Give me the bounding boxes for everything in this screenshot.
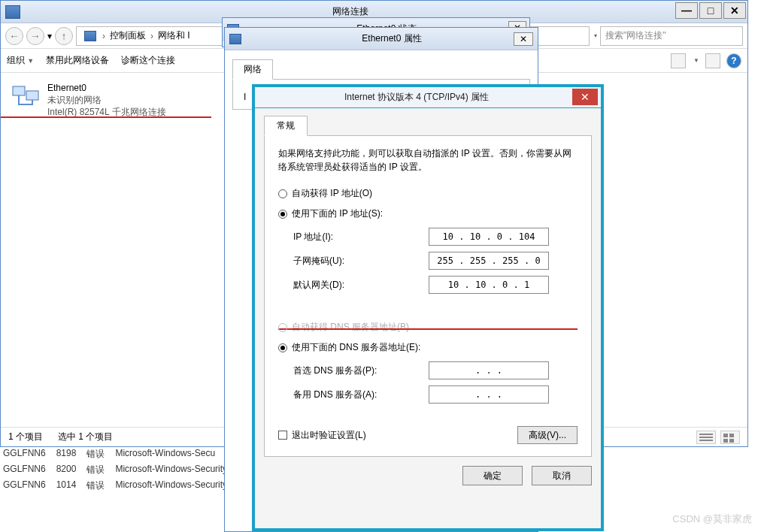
- annotation-underline: [278, 328, 578, 330]
- validate-checkbox[interactable]: 退出时验证设置(L): [278, 429, 366, 442]
- network-adapter-item[interactable]: Ethernet0 未识别的网络 Intel(R) 82574L 千兆网络连接: [11, 82, 166, 118]
- view-dropdown-icon[interactable]: ▼: [693, 57, 699, 64]
- tab-general[interactable]: 常规: [264, 116, 308, 136]
- watermark: CSDN @莫非家虎: [672, 512, 752, 526]
- ipv4-properties-dialog: Internet 协议版本 4 (TCP/IPv4) 属性 ✕ 常规 如果网络支…: [252, 84, 604, 531]
- breadcrumb-segment[interactable]: 控制面板: [107, 29, 149, 42]
- dialog-title: Internet 协议版本 4 (TCP/IPv4) 属性: [261, 91, 572, 104]
- disable-device-button[interactable]: 禁用此网络设备: [46, 54, 109, 67]
- radio-use-dns[interactable]: 使用下面的 DNS 服务器地址(E):: [278, 341, 578, 354]
- svg-rect-1: [26, 91, 38, 100]
- minimize-button[interactable]: —: [675, 2, 698, 19]
- adapter-status: 未识别的网络: [47, 94, 166, 106]
- back-button[interactable]: ←: [5, 27, 23, 45]
- ip-address-input[interactable]: 10 . 10 . 0 . 104: [429, 228, 549, 246]
- path-dropdown-icon[interactable]: ▾: [594, 32, 597, 39]
- history-dropdown-icon[interactable]: ▾: [47, 31, 52, 41]
- organize-menu[interactable]: 组织 ▼: [7, 54, 34, 67]
- svg-rect-0: [13, 86, 25, 95]
- radio-auto-dns: 自动获得 DNS 服务器地址(B): [278, 321, 578, 334]
- diagnose-button[interactable]: 诊断这个连接: [121, 54, 175, 67]
- alternate-dns-label: 备用 DNS 服务器(A):: [293, 388, 429, 401]
- cancel-button[interactable]: 取消: [532, 466, 592, 485]
- description-text: 如果网络支持此功能，则可以获取自动指派的 IP 设置。否则，你需要从网络系统管理…: [278, 147, 578, 174]
- window-title: Ethernet0 属性: [246, 32, 538, 45]
- radio-icon: [278, 210, 287, 219]
- ip-address-label: IP 地址(I):: [293, 231, 429, 243]
- details-view-button[interactable]: [696, 431, 716, 444]
- close-button[interactable]: ✕: [514, 32, 533, 46]
- annotation-underline: [1, 116, 211, 118]
- tab-network[interactable]: 网络: [232, 59, 273, 80]
- control-panel-icon: [84, 31, 96, 41]
- default-gateway-input[interactable]: 10 . 10 . 0 . 1: [429, 276, 549, 294]
- window-title: 网络连接: [25, 5, 675, 18]
- forward-button[interactable]: →: [26, 27, 44, 45]
- checkbox-icon: [278, 431, 287, 440]
- adapter-name: Ethernet0: [47, 82, 166, 94]
- radio-icon: [278, 343, 287, 352]
- view-icon[interactable]: [671, 53, 686, 68]
- radio-use-ip[interactable]: 使用下面的 IP 地址(S):: [278, 207, 578, 220]
- close-button[interactable]: ✕: [723, 2, 746, 19]
- up-button[interactable]: ↑: [55, 27, 73, 45]
- ok-button[interactable]: 确定: [462, 466, 523, 485]
- preferred-dns-input[interactable]: . . .: [429, 361, 549, 379]
- maximize-button[interactable]: □: [699, 2, 722, 19]
- large-icons-view-button[interactable]: [720, 431, 740, 444]
- preferred-dns-label: 首选 DNS 服务器(P):: [293, 364, 429, 377]
- preview-pane-icon[interactable]: [705, 53, 720, 68]
- adapter-icon: [11, 82, 41, 110]
- close-button[interactable]: ✕: [572, 89, 598, 105]
- radio-auto-ip[interactable]: 自动获得 IP 地址(O): [278, 187, 578, 200]
- alternate-dns-input[interactable]: . . .: [429, 385, 549, 404]
- event-row: GGLFNN68198错误Microsoft-Windows-Secu: [0, 446, 245, 462]
- window-icon: [229, 34, 241, 44]
- radio-icon: [278, 323, 287, 332]
- advanced-button[interactable]: 高级(V)...: [517, 426, 578, 444]
- event-row: GGLFNN68200错误Microsoft-Windows-Security-: [0, 462, 245, 478]
- help-icon[interactable]: ?: [726, 53, 741, 68]
- event-row: GGLFNN61014错误Microsoft-Windows-Security-…: [0, 478, 245, 494]
- radio-icon: [278, 189, 287, 198]
- subnet-mask-label: 子网掩码(U):: [293, 255, 429, 268]
- item-count: 1 个项目: [8, 431, 43, 443]
- breadcrumb-segment[interactable]: 网络和 I: [155, 29, 193, 42]
- subnet-mask-input[interactable]: 255 . 255 . 255 . 0: [429, 252, 549, 270]
- window-icon: [5, 5, 20, 19]
- dialog-titlebar[interactable]: Internet 协议版本 4 (TCP/IPv4) 属性 ✕: [255, 87, 601, 108]
- event-log-rows: GGLFNN68198错误Microsoft-Windows-Secu GGLF…: [0, 446, 245, 494]
- search-input[interactable]: 搜索"网络连接": [600, 26, 743, 46]
- selected-count: 选中 1 个项目: [58, 431, 113, 443]
- default-gateway-label: 默认网关(D):: [293, 279, 429, 292]
